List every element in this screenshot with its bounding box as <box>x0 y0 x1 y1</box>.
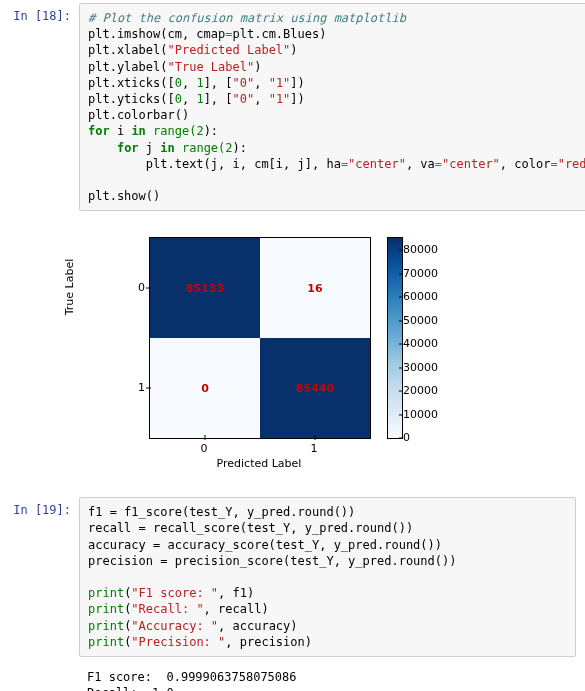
heatmap: 85133 16 0 85440 <box>149 237 371 439</box>
hm-cell-00: 85133 <box>150 238 260 338</box>
figure-output: 85133 16 0 85440 0 1 0 1 True Label Pred… <box>79 217 576 491</box>
ytick-1: 1 <box>131 381 145 394</box>
cbtick-7: 70000 <box>403 267 438 280</box>
code-cell-18: In [18]: # Plot the confusion matrix usi… <box>0 0 585 214</box>
y-axis-label: True Label <box>63 237 76 337</box>
ytick-0: 0 <box>131 281 145 294</box>
text-output-19: F1 score: 0.9999063758075086 Recall: 1.0… <box>79 663 576 691</box>
stdout: F1 score: 0.9999063758075086 Recall: 1.0… <box>87 669 568 691</box>
cbtick-6: 60000 <box>403 290 438 303</box>
xtick-1: 1 <box>311 442 318 455</box>
cbtick-3: 30000 <box>403 361 438 374</box>
in-prompt-18: In [18]: <box>1 3 79 211</box>
x-axis-label: Predicted Label <box>149 457 369 470</box>
cbtick-8: 80000 <box>403 243 438 256</box>
in-prompt-19: In [19]: <box>1 497 79 657</box>
cbtick-0: 0 <box>403 431 410 444</box>
xtick-0: 0 <box>201 442 208 455</box>
cbtick-1: 10000 <box>403 408 438 421</box>
hm-cell-01: 16 <box>260 238 370 338</box>
hm-cell-11: 85440 <box>260 338 370 438</box>
code-block[interactable]: f1 = f1_score(test_Y, y_pred.round()) re… <box>88 504 567 650</box>
hm-cell-10: 0 <box>150 338 260 438</box>
cbtick-2: 20000 <box>403 384 438 397</box>
code-input-19[interactable]: f1 = f1_score(test_Y, y_pred.round()) re… <box>79 497 576 657</box>
confusion-matrix-figure: 85133 16 0 85440 0 1 0 1 True Label Pred… <box>99 229 459 479</box>
code-input-18[interactable]: # Plot the confusion matrix using matplo… <box>79 3 585 211</box>
output-cell-19: Out F1 score: 0.9999063758075086 Recall:… <box>0 660 585 691</box>
code-cell-19: In [19]: f1 = f1_score(test_Y, y_pred.ro… <box>0 494 585 660</box>
cbtick-4: 40000 <box>403 337 438 350</box>
cbtick-5: 50000 <box>403 314 438 327</box>
colorbar <box>387 237 403 439</box>
code-block[interactable]: # Plot the confusion matrix using matplo… <box>88 10 585 204</box>
comment: # Plot the confusion matrix using matplo… <box>88 11 406 25</box>
output-cell-18: Out 85133 16 0 85440 0 1 0 1 True Label … <box>0 214 585 494</box>
